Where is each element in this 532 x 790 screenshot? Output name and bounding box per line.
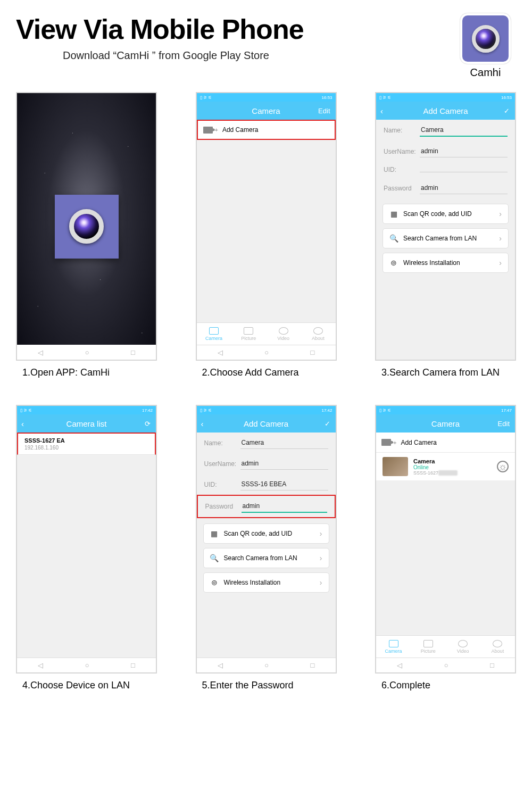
nav-recent-icon[interactable]: □	[310, 661, 314, 669]
scan-qr-button[interactable]: ▦Scan QR code, add UID›	[383, 204, 509, 224]
screen-titlebar: Camera Edit	[197, 102, 336, 120]
step-caption: 2.Choose Add Camera	[196, 367, 337, 378]
nav-recent-icon[interactable]: □	[310, 348, 314, 356]
screen-title: Camera	[431, 419, 460, 428]
name-field[interactable]: Camera	[420, 124, 508, 137]
phone-frame: ◁ ○ □	[16, 92, 157, 361]
bottom-tabbar: Camera Picture Video About	[197, 322, 336, 345]
camera-entry[interactable]: Camera Online SSSS-1627XXXXX	[376, 453, 515, 480]
username-field[interactable]: admin	[420, 145, 508, 157]
screen-title: Camera	[252, 106, 280, 115]
chevron-right-icon: ›	[320, 529, 322, 538]
status-bar: ▯ ⚞ ⚟16:53	[197, 93, 336, 102]
wireless-install-button[interactable]: ⊚Wireless Installation›	[383, 253, 509, 273]
android-navbar: ◁ ○ □	[197, 658, 336, 672]
lens-icon	[69, 209, 104, 244]
scan-qr-button[interactable]: ▦Scan QR code, add UID›	[203, 523, 329, 544]
tab-video[interactable]: Video	[266, 323, 301, 345]
bottom-tabbar: Camera Picture Video About	[376, 635, 515, 658]
step-3: ▯ ⚞ ⚟16:53 ‹ Add Camera ✓ Name:Camera Us…	[375, 92, 516, 378]
add-camera-label: Add Camera	[222, 126, 258, 134]
chevron-right-icon: ›	[499, 210, 502, 218]
search-icon: 🔍	[389, 234, 398, 243]
add-camera-row[interactable]: + Add Camera	[376, 433, 515, 453]
back-button[interactable]: ‹	[380, 106, 383, 115]
camera-icon	[381, 439, 391, 446]
camera-uid: SSSS-1627XXXXX	[413, 470, 492, 476]
wifi-icon: ⊚	[389, 259, 398, 267]
gear-icon[interactable]	[497, 461, 509, 472]
step-5: ▯ ⚞ ⚟17:42 ‹ Add Camera ✓ Name:Camera Us…	[196, 405, 337, 691]
screen-titlebar: ‹ Add Camera ✓	[197, 414, 336, 433]
plus-icon: +	[215, 127, 218, 133]
nav-recent-icon[interactable]: □	[490, 661, 494, 669]
tab-picture[interactable]: Picture	[411, 636, 445, 658]
edit-button[interactable]: Edit	[498, 420, 510, 428]
tab-video[interactable]: Video	[446, 636, 480, 658]
nav-home-icon[interactable]: ○	[85, 348, 89, 356]
qr-icon: ▦	[210, 529, 219, 538]
plus-icon: +	[393, 439, 396, 446]
nav-home-icon[interactable]: ○	[444, 661, 448, 669]
android-navbar: ◁ ○ □	[17, 345, 156, 360]
chevron-right-icon: ›	[320, 578, 322, 587]
android-navbar: ◁ ○ □	[17, 658, 156, 672]
tab-picture[interactable]: Picture	[231, 323, 266, 345]
camera-list-item[interactable]: SSSS-1627 EA 192.168.1.160	[17, 433, 156, 455]
nav-recent-icon[interactable]: □	[131, 661, 135, 669]
nav-home-icon[interactable]: ○	[85, 661, 89, 669]
username-field[interactable]: admin	[240, 458, 328, 470]
app-icon-block: Camhi	[460, 13, 511, 79]
screen-titlebar: ‹ Camera list ⟳	[17, 414, 156, 433]
add-camera-row[interactable]: + Add Camera	[197, 120, 336, 140]
nav-home-icon[interactable]: ○	[264, 348, 269, 356]
nav-recent-icon[interactable]: □	[131, 348, 135, 356]
step-2: ▯ ⚞ ⚟16:53 Camera Edit + Add Camera Came…	[196, 92, 337, 378]
add-camera-label: Add Camera	[401, 439, 436, 446]
search-icon: 🔍	[210, 554, 219, 562]
splash-app-icon	[55, 195, 119, 259]
nav-back-icon[interactable]: ◁	[38, 661, 43, 669]
wireless-install-button[interactable]: ⊚Wireless Installation›	[203, 572, 329, 593]
search-lan-button[interactable]: 🔍Search Camera from LAN›	[203, 548, 329, 568]
search-lan-button[interactable]: 🔍Search Camera from LAN›	[383, 228, 509, 248]
tab-camera[interactable]: Camera	[376, 636, 411, 658]
tab-camera[interactable]: Camera	[197, 323, 231, 345]
refresh-button[interactable]: ⟳	[145, 420, 151, 428]
password-field[interactable]: admin	[420, 182, 508, 194]
chevron-right-icon: ›	[320, 554, 322, 562]
camera-thumbnail	[383, 457, 408, 476]
step-caption: 4.Choose Device on LAN	[16, 680, 157, 691]
back-button[interactable]: ‹	[21, 419, 24, 428]
back-button[interactable]: ‹	[201, 419, 204, 428]
status-bar: ▯ ⚞ ⚟17:42	[197, 406, 336, 414]
camera-icon	[203, 127, 213, 134]
confirm-button[interactable]: ✓	[325, 420, 330, 428]
phone-frame: ▯ ⚞ ⚟17:47 Camera Edit + Add Camera Came…	[375, 405, 516, 673]
nav-back-icon[interactable]: ◁	[397, 661, 402, 669]
name-field[interactable]: Camera	[240, 437, 328, 449]
screen-title: Add Camera	[244, 419, 288, 428]
edit-button[interactable]: Edit	[318, 107, 330, 115]
nav-home-icon[interactable]: ○	[264, 661, 269, 669]
tab-about[interactable]: About	[301, 323, 335, 345]
nav-back-icon[interactable]: ◁	[218, 348, 223, 356]
tab-about[interactable]: About	[480, 636, 515, 658]
step-6: ▯ ⚞ ⚟17:47 Camera Edit + Add Camera Came…	[375, 405, 516, 691]
username-field-row: UserName:admin	[197, 453, 336, 474]
screen-titlebar: ‹ Add Camera ✓	[376, 102, 515, 120]
password-field[interactable]: admin	[242, 500, 327, 513]
qr-icon: ▦	[389, 210, 398, 218]
camera-status: Online	[413, 464, 492, 470]
android-navbar: ◁ ○ □	[376, 658, 515, 672]
android-navbar: ◁ ○ □	[197, 345, 336, 360]
nav-back-icon[interactable]: ◁	[218, 661, 223, 669]
device-ip: 192.168.1.160	[24, 445, 148, 451]
uid-field[interactable]	[420, 168, 508, 172]
chevron-right-icon: ›	[499, 259, 502, 267]
confirm-button[interactable]: ✓	[504, 107, 510, 115]
uid-field-row: UID:	[376, 162, 515, 178]
uid-field[interactable]: SSSS-16 EBEA	[240, 478, 328, 490]
nav-back-icon[interactable]: ◁	[38, 348, 43, 356]
password-field-row: Passwordadmin	[376, 178, 515, 198]
